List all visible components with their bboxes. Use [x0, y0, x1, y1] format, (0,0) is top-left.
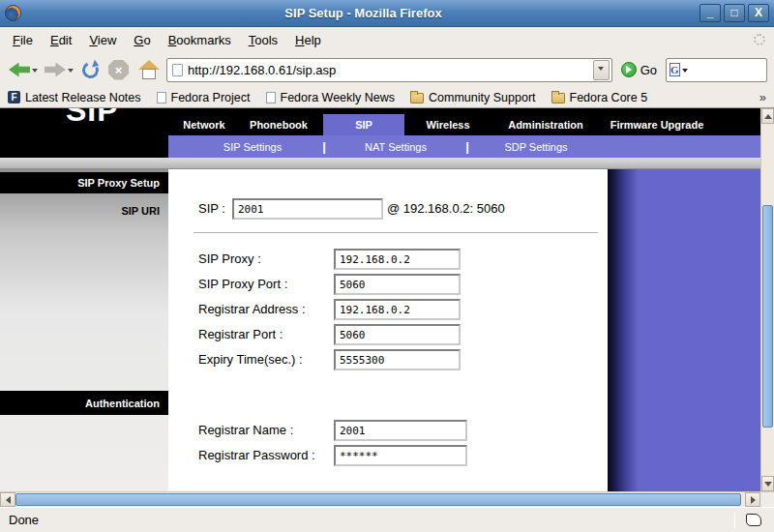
sip-proxy-port-label: SIP Proxy Port : — [198, 274, 287, 295]
scroll-left-button[interactable] — [0, 492, 15, 507]
sip-uri-field[interactable] — [232, 198, 383, 220]
bookmark-label: Latest Release Notes — [25, 91, 141, 104]
site-favicon-icon — [172, 64, 183, 76]
back-dropdown-icon[interactable] — [32, 69, 38, 75]
horizontal-scrollbar[interactable] — [0, 491, 774, 507]
scroll-down-button[interactable] — [761, 476, 774, 491]
bookmarks-toolbar: F Latest Release Notes Fedora Project Fe… — [0, 87, 774, 108]
expiry-time-field[interactable] — [334, 349, 461, 370]
back-arrow-icon — [9, 63, 30, 77]
reload-icon[interactable] — [80, 59, 102, 80]
right-purple-panel — [608, 169, 760, 491]
back-button[interactable] — [7, 61, 40, 79]
sip-logo: SIP — [66, 108, 119, 131]
horizontal-scrollbar-thumb[interactable] — [15, 493, 741, 506]
url-input[interactable] — [188, 60, 588, 80]
content-area: SIP Proxy Setup SIP URI Authentication S… — [0, 169, 760, 491]
bookmarks-overflow-chevron-icon[interactable]: » — [759, 90, 766, 104]
menu-edit[interactable]: Edit — [42, 29, 80, 51]
subtab-separator: | — [453, 139, 482, 154]
menu-bookmarks[interactable]: Bookmarks — [160, 29, 240, 51]
menu-view[interactable]: View — [80, 29, 125, 51]
menu-go[interactable]: Go — [125, 29, 159, 51]
tab-sip[interactable]: SIP — [323, 114, 404, 135]
folder-icon — [410, 93, 424, 103]
registrar-address-field[interactable] — [334, 299, 461, 320]
scroll-right-button[interactable] — [745, 492, 760, 507]
tab-wireless[interactable]: Wireless — [404, 114, 491, 135]
menu-file[interactable]: File — [4, 29, 42, 51]
go-button[interactable]: Go — [615, 62, 663, 77]
search-input[interactable] — [690, 60, 774, 79]
forward-button[interactable] — [43, 61, 75, 79]
bookmark-fedora-project[interactable]: Fedora Project — [157, 91, 251, 104]
maximize-button[interactable]: □ — [724, 4, 745, 22]
sidebar-section-authentication: Authentication — [0, 391, 168, 415]
sip-proxy-port-field[interactable] — [334, 274, 461, 295]
home-icon[interactable] — [138, 60, 160, 79]
menu-tools[interactable]: Tools — [240, 29, 286, 51]
vertical-scrollbar-thumb[interactable] — [762, 205, 773, 428]
bookmark-label: Community Support — [429, 91, 535, 104]
bookmark-label: Fedora Project — [171, 91, 251, 104]
statusbar-extension-icon[interactable] — [746, 514, 761, 526]
google-search-icon[interactable]: G — [670, 63, 680, 76]
bookmark-fedora-core-5[interactable]: Fedora Core 5 — [551, 91, 648, 104]
subtab-sdp-settings[interactable]: SDP Settings — [482, 141, 590, 153]
scroll-up-button[interactable] — [761, 108, 774, 124]
registrar-port-field[interactable] — [334, 324, 461, 345]
tab-network[interactable]: Network — [174, 114, 234, 135]
search-bar[interactable]: G — [666, 58, 767, 82]
bookmark-label: Fedora Core 5 — [570, 91, 648, 104]
forward-dropdown-icon[interactable] — [68, 69, 74, 75]
up-arrow-icon — [764, 110, 772, 119]
url-dropdown-button[interactable] — [593, 60, 610, 80]
tab-phonebook[interactable]: Phonebook — [234, 114, 323, 135]
registrar-password-label: Registrar Password : — [198, 445, 315, 466]
registrar-address-label: Registrar Address : — [198, 299, 306, 320]
search-engine-dropdown-icon[interactable] — [682, 69, 688, 75]
registrar-port-label: Registrar Port : — [198, 324, 283, 345]
stop-icon[interactable]: × — [108, 60, 129, 80]
left-arrow-icon — [2, 496, 11, 504]
sip-proxy-field[interactable] — [334, 249, 461, 270]
main-tab-bar: Network Phonebook SIP Wireless Administr… — [174, 114, 714, 135]
sidebar-section-sip-proxy-setup: SIP Proxy Setup — [0, 172, 168, 193]
bookmark-fedora-weekly-news[interactable]: Fedora Weekly News — [266, 91, 396, 104]
navigation-toolbar: × Go G — [0, 52, 774, 87]
go-icon — [621, 62, 637, 77]
subtab-nat-settings[interactable]: NAT Settings — [339, 141, 453, 153]
subtab-sip-settings[interactable]: SIP Settings — [195, 141, 310, 153]
registrar-password-field[interactable] — [334, 445, 467, 466]
close-button[interactable]: X — [748, 4, 769, 22]
sub-tab-bar: SIP Settings | NAT Settings | SDP Settin… — [168, 135, 760, 158]
tab-administration[interactable]: Administration — [491, 114, 600, 135]
scrollbar-corner — [761, 492, 774, 507]
bookmark-latest-release-notes[interactable]: F Latest Release Notes — [8, 91, 141, 104]
bookmark-label: Fedora Weekly News — [281, 91, 396, 104]
page-header: SIP Network Phonebook SIP Wireless Admin… — [0, 108, 760, 135]
menubar: File Edit View Go Bookmarks Tools Help — [0, 27, 774, 52]
bookmark-community-support[interactable]: Community Support — [410, 91, 535, 104]
down-arrow-icon — [764, 482, 772, 490]
url-bar[interactable] — [166, 58, 612, 82]
throbber-icon — [754, 34, 765, 45]
registrar-name-field[interactable] — [334, 420, 467, 441]
sip-uri-suffix: @ 192.168.0.2: 5060 — [387, 198, 505, 220]
firefox-window: SIP Setup - Mozilla Firefox _ □ X File E… — [0, 0, 774, 532]
minimize-button[interactable]: _ — [700, 4, 721, 22]
tab-firmware-upgrade[interactable]: Firmware Upgrade — [600, 114, 714, 135]
menu-help[interactable]: Help — [286, 29, 330, 51]
window-title: SIP Setup - Mozilla Firefox — [27, 6, 700, 20]
sidebar: SIP Proxy Setup SIP URI Authentication — [0, 169, 168, 491]
form-divider — [194, 232, 598, 233]
go-label: Go — [640, 63, 657, 77]
header-black-spacer — [0, 135, 168, 158]
right-arrow-icon — [751, 496, 759, 504]
status-separator — [734, 512, 735, 528]
titlebar: SIP Setup - Mozilla Firefox _ □ X — [0, 0, 774, 27]
registrar-name-label: Registrar Name : — [198, 420, 293, 441]
vertical-scrollbar[interactable] — [760, 108, 774, 491]
status-text: Done — [9, 513, 39, 527]
fedora-icon: F — [8, 91, 20, 103]
